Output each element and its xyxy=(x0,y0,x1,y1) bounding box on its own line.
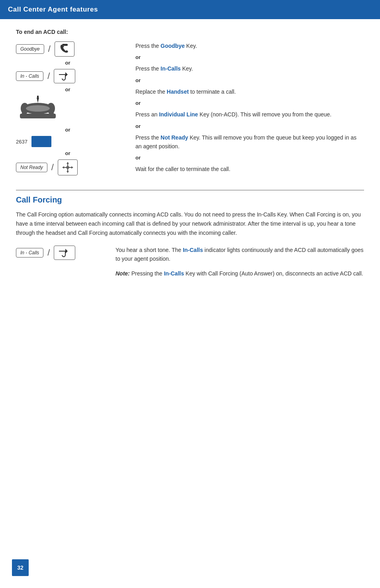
desc-goodbye: Press the Goodbye Key. xyxy=(135,41,364,50)
svg-marker-15 xyxy=(62,166,64,169)
goodbye-key-label: Goodbye xyxy=(20,46,40,52)
cf-note: Note: Pressing the In-Calls Key with Cal… xyxy=(116,269,364,278)
handset-highlight: Handset xyxy=(167,88,189,95)
svg-marker-14 xyxy=(67,171,69,173)
svg-marker-1 xyxy=(65,72,68,77)
call-forcing-left: In - Calls / xyxy=(16,246,104,278)
notready-key-label: Not Ready xyxy=(20,165,43,170)
cf-note-incalls-highlight: In-Calls xyxy=(164,270,184,277)
section-divider xyxy=(16,190,364,191)
notready-highlight: Not Ready xyxy=(161,134,188,141)
notready-row: Not Ready / xyxy=(16,159,119,175)
goodbye-key[interactable]: Goodbye xyxy=(16,44,44,54)
line-number: 2637 xyxy=(16,139,27,145)
individual-line-row: 2637 xyxy=(16,136,119,147)
notready-key[interactable]: Not Ready xyxy=(16,163,47,172)
page-number: 32 xyxy=(12,559,29,576)
incalls-key-label: In - Calls xyxy=(20,73,39,79)
handset-icon xyxy=(16,96,60,124)
incalls-highlight-1: In-Calls xyxy=(161,65,181,72)
cf-description: You hear a short tone. The In-Calls indi… xyxy=(116,246,364,264)
page-header: Call Center Agent features xyxy=(0,0,380,19)
phone-icon xyxy=(59,44,70,54)
cf-slash: / xyxy=(47,248,50,257)
or-1: or xyxy=(16,60,119,66)
desc-incalls: Press the In-Calls Key. xyxy=(135,64,364,73)
right-or-4: or xyxy=(135,123,364,129)
individual-line-highlight: Individual Line xyxy=(159,111,198,118)
slash-1: / xyxy=(48,45,51,53)
desc-individual-line: Press an Individual Line Key (non-ACD). … xyxy=(135,110,364,119)
acd-left-col: Goodbye / or In - Calls / xyxy=(16,41,119,178)
acd-right-col: Press the Goodbye Key. or Press the In-C… xyxy=(135,41,364,178)
svg-rect-10 xyxy=(37,96,39,99)
incalls-key[interactable]: In - Calls xyxy=(16,71,43,81)
slash-2: / xyxy=(47,72,50,81)
right-or-2: or xyxy=(135,77,364,83)
arrow-j-icon xyxy=(58,71,71,81)
cf-arrow-j-icon xyxy=(58,248,71,258)
incalls-row: In - Calls / xyxy=(16,69,119,83)
svg-point-8 xyxy=(26,105,50,112)
individual-line-key[interactable] xyxy=(31,136,51,147)
phone-icon-btn xyxy=(55,41,74,57)
cf-incalls-highlight: In-Calls xyxy=(183,247,203,253)
handset-row xyxy=(16,96,119,124)
desc-notready: Press the Not Ready Key. This will remov… xyxy=(135,133,364,151)
cf-incalls-row: In - Calls / xyxy=(16,246,104,260)
note-label: Note: xyxy=(116,270,130,277)
desc-handset: Replace the Handset to terminate a call. xyxy=(135,87,364,96)
acd-section: Goodbye / or In - Calls / xyxy=(16,41,364,178)
main-content: To end an ACD call: Goodbye / or xyxy=(0,29,380,294)
call-forcing-heading: Call Forcing xyxy=(16,195,364,205)
desc-wait: Wait for the caller to terminate the cal… xyxy=(135,165,364,173)
arrow-icon-btn xyxy=(54,69,75,83)
or-3: or xyxy=(16,127,119,133)
crosshair-icon-btn xyxy=(58,159,78,175)
call-forcing-body: The Call Forcing option automatically co… xyxy=(16,210,364,238)
svg-marker-13 xyxy=(67,162,69,164)
call-forcing-right: You hear a short tone. The In-Calls indi… xyxy=(116,246,364,278)
or-4: or xyxy=(16,150,119,156)
right-or-1: or xyxy=(135,54,364,60)
cf-arrow-icon-btn xyxy=(54,246,75,260)
crosshair-icon xyxy=(62,162,73,173)
header-title: Call Center Agent features xyxy=(8,6,98,13)
svg-marker-16 xyxy=(71,166,73,169)
call-forcing-row: In - Calls / You hear a short tone. The … xyxy=(16,246,364,278)
goodbye-highlight: Goodbye xyxy=(161,43,185,49)
goodbye-row: Goodbye / xyxy=(16,41,119,57)
slash-3: / xyxy=(51,163,54,172)
svg-marker-18 xyxy=(65,249,68,254)
cf-incalls-key[interactable]: In - Calls xyxy=(16,248,43,258)
or-2: or xyxy=(16,87,119,92)
cf-incalls-key-label: In - Calls xyxy=(20,250,39,256)
right-or-3: or xyxy=(135,100,364,106)
acd-section-label: To end an ACD call: xyxy=(16,29,364,35)
svg-rect-0 xyxy=(62,44,68,46)
right-or-5: or xyxy=(135,155,364,161)
